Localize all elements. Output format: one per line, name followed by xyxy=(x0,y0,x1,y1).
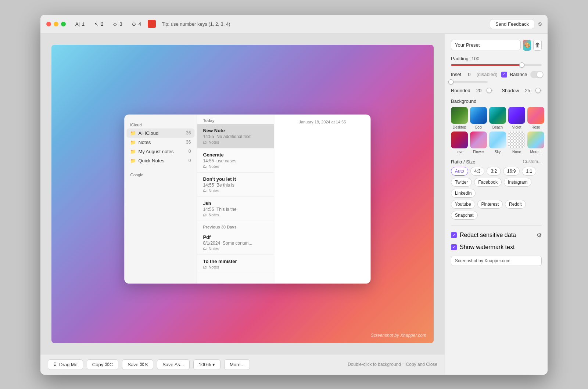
fullscreen-button[interactable] xyxy=(61,22,66,26)
ratio-pinterest[interactable]: Pinterest xyxy=(477,200,503,209)
bg-label-sky: Sky xyxy=(495,150,501,154)
ratio-snapchat[interactable]: Snapchat xyxy=(451,211,478,220)
ratio-1-1[interactable]: 1:1 xyxy=(522,167,536,176)
ratio-3-2[interactable]: 3:2 xyxy=(487,167,501,176)
inset-balance-section: Inset 0 (disabled) ✓ Balance xyxy=(451,71,542,83)
notes-folder-label: Notes xyxy=(138,139,151,145)
padding-slider-thumb[interactable] xyxy=(519,62,524,68)
delete-preset-button[interactable]: 🗑 xyxy=(533,40,542,51)
ratio-16-9[interactable]: 16:9 xyxy=(503,167,520,176)
ratio-facebook[interactable]: Facebook xyxy=(474,178,502,187)
watermark-checkbox[interactable]: ✓ xyxy=(451,244,457,250)
padding-slider[interactable] xyxy=(451,64,542,66)
preset-row: 🎨 🗑 xyxy=(451,40,542,51)
background-section: Background Desktop Cool Beach xyxy=(451,98,542,154)
tool-1[interactable]: A| 1 xyxy=(72,19,87,28)
more-button[interactable]: More... xyxy=(224,359,250,370)
ratio-auto[interactable]: Auto xyxy=(451,167,468,176)
canvas-viewport[interactable]: iCloud 📁 All iCloud 36 📁 Notes 36 xyxy=(40,34,445,354)
bg-label-cool: Cool xyxy=(475,125,483,129)
rounded-slider[interactable] xyxy=(488,90,493,91)
chevron-down-icon: ▾ xyxy=(212,362,215,367)
bg-sky[interactable]: Sky xyxy=(489,132,506,154)
color-swatch[interactable] xyxy=(148,20,156,28)
watermark-input[interactable] xyxy=(451,256,542,266)
zoom-button[interactable]: 100% ▾ xyxy=(193,359,220,370)
drag-me-button[interactable]: ⠿ Drag Me xyxy=(48,359,83,370)
all-icloud-folder[interactable]: 📁 All iCloud 36 xyxy=(126,128,194,137)
tool-3[interactable]: ◇ 3 xyxy=(110,19,124,28)
bg-desktop[interactable]: Desktop xyxy=(451,107,468,129)
ratio-twitter[interactable]: Twitter xyxy=(451,178,472,187)
preset-color-button[interactable]: 🎨 xyxy=(523,40,531,51)
previous-30-days-header: Previous 30 Days xyxy=(197,221,274,230)
ratio-4-3[interactable]: 4:3 xyxy=(470,167,485,176)
ratio-instagram[interactable]: Instagram xyxy=(504,178,531,187)
inset-slider-thumb[interactable] xyxy=(448,79,453,84)
ratio-label: Ratio / Size xyxy=(451,159,475,165)
quick-notes-folder[interactable]: 📁 Quick Notes 0 xyxy=(124,156,197,165)
rounded-shadow-section: Rounded 20 Shadow 25 xyxy=(451,88,542,93)
bg-label-violet: Violet xyxy=(512,125,521,129)
note-title: Generate xyxy=(203,152,268,157)
bg-more[interactable]: More... xyxy=(527,132,544,154)
rounded-thumb[interactable] xyxy=(487,88,492,93)
bg-love[interactable]: Love xyxy=(451,132,468,154)
inset-slider[interactable] xyxy=(451,81,488,83)
note-detail: January 18, 2024 at 14:55 xyxy=(274,114,370,283)
bg-none[interactable]: None xyxy=(508,132,525,154)
save-button[interactable]: Save ⌘S xyxy=(122,359,153,370)
note-item-dont-you[interactable]: Don't you let it 14:55 Be this is 🗂 Note… xyxy=(197,172,274,197)
hint-text: Double-click to background = Copy and Cl… xyxy=(348,362,437,367)
ratio-linkedin[interactable]: LinkedIn xyxy=(451,189,476,198)
notes-folder[interactable]: 📁 Notes 36 xyxy=(124,137,197,147)
tool-4[interactable]: ⊙ 4 xyxy=(129,19,143,28)
bg-cool[interactable]: Cool xyxy=(470,107,487,129)
shape-tool-icon: ⊙ xyxy=(131,21,137,27)
shadow-slider[interactable] xyxy=(537,90,542,91)
minimize-button[interactable] xyxy=(54,22,58,26)
note-item-new-note[interactable]: New Note 14:55 No additional text 🗂 Note… xyxy=(197,124,274,148)
note-item-minister[interactable]: To the minister 🗂 Notes xyxy=(197,255,274,273)
bg-rose[interactable]: Rose xyxy=(527,107,544,129)
send-feedback-button[interactable]: Send Feedback xyxy=(490,19,534,29)
quick-notes-label: Quick Notes xyxy=(138,158,164,163)
tool-4-label: 4 xyxy=(139,21,141,27)
ratio-youtube[interactable]: Youtube xyxy=(451,200,475,209)
note-folder: 🗂 Notes xyxy=(203,212,268,217)
bottom-bar: ⠿ Drag Me Copy ⌘C Save ⌘S Save As... 100… xyxy=(40,354,445,375)
note-item-generate[interactable]: Generate 14:55 use cases: 🗂 Notes xyxy=(197,148,274,172)
note-title: Don't you let it xyxy=(203,176,268,181)
preset-input[interactable] xyxy=(451,40,521,50)
tool-3-label: 3 xyxy=(119,21,122,27)
bg-label-desktop: Desktop xyxy=(453,125,466,129)
toolbar-tools: A| 1 ↖ 2 ◇ 3 ⊙ 4 xyxy=(72,19,156,28)
bg-violet[interactable]: Violet xyxy=(508,107,525,129)
today-header: Today xyxy=(197,114,274,124)
balance-toggle[interactable] xyxy=(530,71,544,78)
custom-button[interactable]: Custom... xyxy=(523,159,542,164)
note-item-pdf[interactable]: Pdf 8/1/2024 Some conten... 🗂 Notes xyxy=(197,230,274,255)
watermark-label: Show watermark text xyxy=(460,244,514,251)
tool-2[interactable]: ↖ 2 xyxy=(91,19,105,28)
title-bar-right: Send Feedback ⎋ xyxy=(490,19,542,29)
note-item-jkh[interactable]: Jkh 14:55 This is the 🗂 Notes xyxy=(197,197,274,221)
bg-beach[interactable]: Beach xyxy=(489,107,506,129)
redact-checkbox[interactable]: ✓ xyxy=(451,232,457,238)
icloud-section: iCloud 📁 All iCloud 36 📁 Notes 36 xyxy=(124,119,197,166)
bg-label-rose: Rose xyxy=(531,125,540,129)
close-button[interactable] xyxy=(46,22,51,26)
august-notes-folder[interactable]: 📁 My August notes 0 xyxy=(124,147,197,156)
save-as-button[interactable]: Save As... xyxy=(157,359,190,370)
copy-button[interactable]: Copy ⌘C xyxy=(87,359,118,370)
note-folder: 🗂 Notes xyxy=(203,264,268,269)
shadow-thumb[interactable] xyxy=(535,88,541,93)
settings-gear-icon[interactable]: ⚙ xyxy=(537,232,542,239)
balance-checkbox[interactable]: ✓ xyxy=(501,72,507,78)
select-tool-icon: ↖ xyxy=(93,21,99,27)
bg-flower[interactable]: Flower xyxy=(470,132,487,154)
ratio-reddit[interactable]: Reddit xyxy=(505,200,526,209)
share-icon[interactable]: ⎋ xyxy=(538,21,542,27)
folder-icon-small: 🗂 xyxy=(203,212,207,217)
padding-slider-fill xyxy=(451,64,522,66)
